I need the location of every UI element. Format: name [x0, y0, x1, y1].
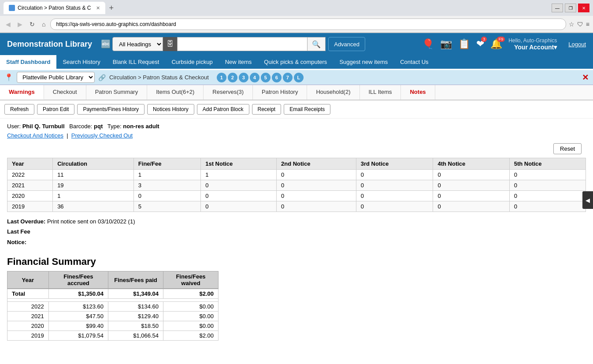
notices-cell-1-1: 19: [53, 180, 134, 191]
badge-3[interactable]: 3: [239, 73, 248, 82]
advanced-search-button[interactable]: Advanced: [328, 37, 365, 51]
header-icons: 🎈 📷 📋 ❤ 3 🔔 F9 Hello, Auto-Graphics Your…: [422, 37, 586, 51]
list-icon[interactable]: 📋: [458, 38, 470, 50]
col-5th-notice: 5th Notice: [509, 158, 586, 170]
type-value: non-res adult: [123, 123, 159, 130]
tab-checkout[interactable]: Checkout: [44, 85, 86, 100]
library-select[interactable]: Platteville Public Library: [17, 72, 95, 83]
notices-cell-1-3: 0: [201, 180, 277, 191]
notices-cell-0-2: 1: [133, 170, 200, 180]
camera-icon[interactable]: 📷: [440, 38, 452, 50]
notices-history-button[interactable]: Notices History: [147, 104, 194, 115]
badge-7[interactable]: 7: [283, 73, 293, 82]
badge-1[interactable]: 1: [217, 73, 226, 82]
email-receipts-button[interactable]: Email Receipts: [284, 104, 330, 115]
fin-accrued-2019: $1,079.54: [48, 331, 108, 341]
nav-suggest-items[interactable]: Suggest new items: [333, 55, 394, 69]
url-input[interactable]: [50, 19, 566, 30]
forward-button[interactable]: ▶: [15, 20, 25, 29]
address-bar: ◀ ▶ ↻ ⌂ ☆ 🛡 ≡: [0, 16, 593, 33]
badge-5[interactable]: 5: [261, 73, 271, 82]
reload-button[interactable]: ↻: [27, 20, 37, 29]
nav-quick-picks[interactable]: Quick picks & computers: [258, 55, 333, 69]
tab-patron-history[interactable]: Patron History: [253, 85, 307, 100]
total-paid: $1,349.04: [108, 289, 163, 299]
tab-reserves[interactable]: Reserves(3): [204, 85, 253, 100]
notices-row-1: 202119300000: [7, 180, 586, 191]
nav-new-items[interactable]: New items: [219, 55, 258, 69]
tab-warnings[interactable]: Warnings: [0, 85, 44, 100]
notices-cell-0-4: 0: [276, 170, 356, 180]
search-type-select[interactable]: All Headings: [112, 37, 163, 51]
fin-paid-2020: $18.50: [108, 321, 163, 331]
tab-household[interactable]: Household(2): [307, 85, 360, 100]
account-dropdown[interactable]: Your Account▾: [508, 44, 557, 51]
number-badges: 1 2 3 4 5 6 7 L: [217, 73, 304, 82]
fin-year-2022: 2022: [7, 302, 49, 312]
receipt-button[interactable]: Receipt: [252, 104, 282, 115]
refresh-button[interactable]: Refresh: [4, 104, 34, 115]
badge-6[interactable]: 6: [272, 73, 282, 82]
notices-cell-3-6: 0: [433, 201, 509, 212]
notices-cell-0-1: 11: [53, 170, 134, 180]
bell-icon[interactable]: 🔔 F9: [490, 38, 502, 50]
checkout-notices-link[interactable]: Checkout And Notices: [7, 132, 63, 139]
fin-accrued-2020: $99.40: [48, 321, 108, 331]
logout-button[interactable]: Logout: [568, 41, 586, 48]
previously-checked-link[interactable]: Previously Checked Out: [71, 132, 133, 139]
tab-ill-items[interactable]: ILL Items: [360, 85, 401, 100]
notice-label: Notice:: [7, 239, 26, 245]
title-bar: Circulation > Patron Status & C ✕ + — ❐ …: [0, 0, 593, 16]
nav-blank-ill[interactable]: Blank ILL Request: [107, 55, 166, 69]
patron-edit-button[interactable]: Patron Edit: [37, 104, 74, 115]
user-label: User:: [7, 123, 21, 130]
reset-button[interactable]: Reset: [553, 143, 582, 154]
fin-col-year: Year: [7, 271, 49, 289]
search-input[interactable]: [177, 37, 308, 51]
back-button[interactable]: ◀: [4, 20, 13, 29]
tab-patron-summary[interactable]: Patron Summary: [86, 85, 148, 100]
notices-cell-3-5: 0: [356, 201, 433, 212]
user-name: Phil Q. Turnbull: [22, 123, 65, 130]
close-button[interactable]: ✕: [578, 4, 589, 12]
payments-fines-button[interactable]: Payments/Fines History: [77, 104, 145, 115]
database-icon[interactable]: 🗄: [163, 37, 177, 51]
main-content: User: Phil Q. Turnbull Barcode: pqt Type…: [0, 119, 593, 345]
fin-accrued-2021: $47.50: [48, 312, 108, 321]
minimize-button[interactable]: —: [552, 4, 563, 12]
new-tab-button[interactable]: +: [109, 4, 114, 13]
account-label: Your Account: [514, 44, 554, 51]
financial-section: Financial Summary Year Fines/Fees accrue…: [7, 256, 586, 341]
links-line: Checkout And Notices | Previously Checke…: [7, 132, 586, 139]
app-header: Demonstration Library 🔤 All Headings 🗄 🔍…: [0, 33, 593, 55]
tab-close-btn[interactable]: ✕: [96, 5, 100, 11]
maximize-button[interactable]: ❐: [565, 4, 576, 12]
translate-icon[interactable]: 🔤: [101, 39, 111, 49]
balloon-icon[interactable]: 🎈: [422, 38, 434, 50]
location-bar-close[interactable]: ✕: [582, 73, 589, 82]
fin-waived-2022: $0.00: [163, 302, 219, 312]
nav-curbside[interactable]: Curbside pickup: [165, 55, 219, 69]
notices-cell-0-3: 1: [201, 170, 277, 180]
browser-tab[interactable]: Circulation > Patron Status & C ✕: [4, 2, 105, 14]
notices-cell-2-7: 0: [509, 191, 586, 201]
bookmark-icon[interactable]: ☆: [569, 21, 574, 28]
action-bar: Refresh Patron Edit Payments/Fines Histo…: [0, 100, 593, 119]
search-button[interactable]: 🔍: [308, 37, 326, 51]
tab-notes[interactable]: Notes: [401, 85, 435, 100]
nav-search-history[interactable]: Search History: [56, 55, 106, 69]
scroll-right-arrow[interactable]: ◀: [582, 191, 593, 209]
nav-contact[interactable]: Contact Us: [394, 55, 434, 69]
heart-icon[interactable]: ❤ 3: [476, 38, 484, 50]
badge-2[interactable]: 2: [228, 73, 237, 82]
home-button[interactable]: ⌂: [40, 20, 48, 29]
tab-items-out[interactable]: Items Out(6+2): [147, 85, 204, 100]
nav-staff-dashboard[interactable]: Staff Dashboard: [0, 55, 56, 69]
tab-icon: [9, 5, 15, 11]
add-patron-block-button[interactable]: Add Patron Block: [197, 104, 249, 115]
window-controls: — ❐ ✕: [552, 4, 589, 12]
badge-L[interactable]: L: [294, 73, 304, 82]
badge-4[interactable]: 4: [250, 73, 259, 82]
settings-icon[interactable]: ≡: [586, 21, 589, 28]
last-fee-label: Last Fee: [7, 228, 30, 235]
